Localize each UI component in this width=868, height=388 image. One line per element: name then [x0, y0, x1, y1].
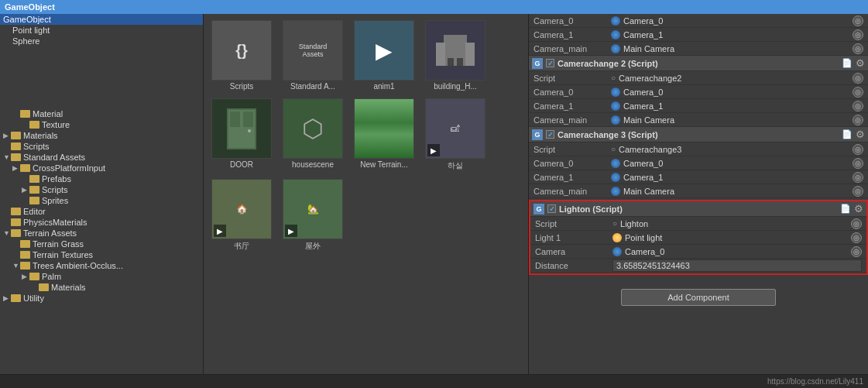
hierarchy-item-gameobject[interactable]: GameObject	[0, 14, 203, 25]
svg-rect-0	[444, 35, 467, 66]
camerachange2-header: G ✓ Camerachange 2 (Script) 📄 ⚙	[529, 56, 868, 71]
asset-label: DOOR	[230, 160, 253, 169]
select-btn[interactable]: ◎	[853, 115, 863, 125]
select-btn[interactable]: ◎	[853, 43, 863, 54]
folder-sprites[interactable]: Sprites	[0, 195, 203, 206]
select-btn[interactable]: ◎	[851, 246, 862, 257]
folder-icon	[29, 186, 39, 194]
building-thumb	[425, 20, 485, 81]
folder-icon	[11, 218, 21, 226]
asset-housescene[interactable]: ⬡ housescene	[278, 95, 348, 174]
gear-icon[interactable]: ⚙	[856, 57, 865, 69]
row-value: 3.65852451324463	[612, 259, 862, 272]
folder-icon	[29, 175, 39, 183]
select-btn[interactable]: ◎	[853, 186, 863, 197]
doc-icon[interactable]: 📄	[842, 58, 853, 68]
folder-label: PhysicsMaterials	[23, 218, 87, 227]
folder-standard-assets[interactable]: ▼ Standard Assets	[0, 152, 203, 163]
row-value: Camera_0	[611, 159, 853, 168]
asset-door[interactable]: DOOR	[207, 95, 276, 174]
svg-rect-4	[457, 58, 463, 66]
asset-exterior[interactable]: 🏡 ▶ 屋外	[278, 176, 348, 255]
asset-standard[interactable]: StandardAssets Standard A...	[278, 17, 348, 94]
asset-building[interactable]: building_H...	[420, 17, 490, 94]
folder-physicsmaterials[interactable]: PhysicsMaterials	[0, 217, 203, 228]
asset-label: 书厅	[234, 241, 249, 252]
row-value: Camera_0	[611, 88, 853, 97]
folder-icon	[29, 273, 39, 280]
header-title: GameObject	[5, 2, 55, 12]
select-btn[interactable]: ◎	[853, 144, 863, 155]
asset-terrain[interactable]: New Terrain...	[349, 95, 419, 174]
svg-rect-7	[243, 112, 253, 127]
asset-living[interactable]: 🛋 ▶ 하실	[420, 95, 490, 174]
hierarchy-item-pointlight[interactable]: Point light	[0, 25, 203, 36]
distance-field[interactable]: 3.65852451324463	[612, 259, 862, 272]
folder-palm[interactable]: ▶ Palm	[0, 271, 203, 282]
asset-label: anim1	[373, 82, 394, 91]
select-btn[interactable]: ◎	[853, 158, 863, 169]
folder-icon	[20, 164, 30, 172]
folder-material[interactable]: Material	[0, 108, 203, 119]
folder-scripts2[interactable]: ▶ Scripts	[0, 184, 203, 195]
field-cameramain: Camera_main Main Camera ◎	[529, 113, 868, 127]
building-icon	[436, 31, 475, 70]
hierarchy-item-sphere[interactable]: Sphere	[0, 36, 203, 46]
doc-icon[interactable]: 📄	[840, 204, 851, 214]
folder-scripts[interactable]: Scripts	[0, 141, 203, 152]
gear-icon[interactable]: ⚙	[854, 203, 863, 215]
folder-label: Scripts	[42, 185, 68, 194]
folder-trees-ambient[interactable]: ▼ Trees Ambient-Occlus...	[0, 260, 203, 271]
folder-terrain-textures[interactable]: Terrain Textures	[0, 249, 203, 260]
folder-terrain-grass[interactable]: Terrain Grass	[0, 239, 203, 249]
asset-scripts[interactable]: {} Scripts	[207, 17, 276, 94]
row-value: Main Camera	[611, 187, 853, 196]
asset-room[interactable]: 🏠 ▶ 书厅	[207, 176, 276, 255]
select-btn[interactable]: ◎	[853, 29, 863, 40]
field-camera0: Camera_0 Camera_0 ◎	[529, 85, 868, 99]
section-camerachange2: G ✓ Camerachange 2 (Script) 📄 ⚙ Script ○…	[529, 56, 868, 127]
play-overlay: ▶	[285, 225, 297, 237]
section-camerachange3: G ✓ Camerachange 3 (Script) 📄 ⚙ Script ○…	[529, 127, 868, 198]
terrain-textures-label: Terrain Textures	[33, 250, 93, 259]
asset-anim1[interactable]: ▶ anim1	[349, 17, 419, 94]
select-btn[interactable]: ◎	[853, 73, 863, 84]
select-btn[interactable]: ◎	[851, 232, 862, 243]
row-value: Camera_1	[611, 101, 853, 111]
select-btn[interactable]: ◎	[853, 87, 863, 98]
light-icon	[612, 233, 622, 242]
row-label: Camera_main	[533, 44, 611, 53]
select-btn[interactable]: ◎	[853, 101, 863, 112]
cam-icon	[611, 187, 620, 196]
folder-materials3[interactable]: Materials	[0, 282, 203, 293]
select-btn[interactable]: ◎	[853, 172, 863, 183]
folder-texture[interactable]: Texture	[0, 119, 203, 130]
folder-utility[interactable]: ▶ Utility	[0, 293, 203, 304]
checkbox[interactable]: ✓	[546, 130, 554, 139]
door-icon	[226, 108, 257, 150]
row-value: Main Camera	[611, 44, 853, 53]
exterior-thumb: 🏡 ▶	[283, 179, 343, 239]
add-component-button[interactable]: Add Component	[621, 289, 776, 306]
section-lighton: G ✓ Lighton (Script) 📄 ⚙ Script ○ Lighto…	[529, 200, 868, 275]
top-row-cameramain: Camera_main Main Camera ◎	[529, 42, 868, 56]
field-cameramain: Camera_main Main Camera ◎	[529, 184, 868, 198]
utility-label: Utility	[23, 294, 44, 303]
folder-editor[interactable]: Editor	[0, 206, 203, 217]
folder-prefabs[interactable]: Prefabs	[0, 173, 203, 184]
select-btn[interactable]: ◎	[851, 218, 862, 229]
checkbox[interactable]: ✓	[547, 204, 556, 213]
checkbox[interactable]: ✓	[546, 59, 554, 67]
gear-icon[interactable]: ⚙	[856, 129, 865, 140]
row-value: Camera_0	[611, 16, 853, 26]
select-btn[interactable]: ◎	[853, 15, 863, 26]
folder-terrain-assets[interactable]: ▼ Terrain Assets	[0, 228, 203, 239]
folder-icon	[29, 121, 39, 129]
row-label: Camera_0	[533, 16, 611, 26]
folder-label: CrossPlatformInput	[33, 163, 105, 173]
folder-materials[interactable]: ▶ Materials	[0, 130, 203, 141]
folder-icon	[11, 142, 21, 150]
sphere-label: Sphere	[12, 36, 39, 46]
folder-crossplatforminput[interactable]: ▶ CrossPlatformInput	[0, 163, 203, 173]
doc-icon[interactable]: 📄	[842, 129, 853, 139]
